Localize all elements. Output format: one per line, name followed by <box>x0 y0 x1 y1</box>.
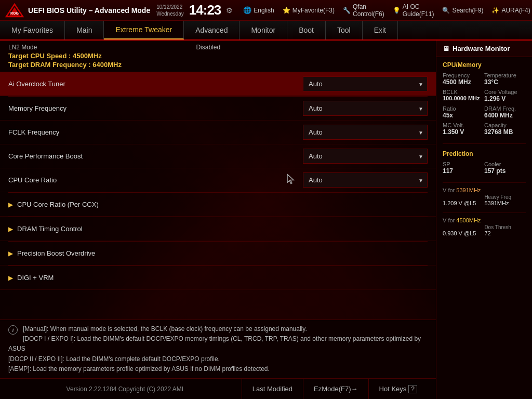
aura-label: AURA(F4) <box>501 7 530 14</box>
expand-dram-timing-control[interactable]: ▶ DRAM Timing Control <box>0 217 436 241</box>
precision-boost-overdrive-label: Precision Boost Overdrive <box>17 249 95 257</box>
topbar-items: 🌐 English ⭐ MyFavorite(F3) 🔧 Qfan Contro… <box>243 3 532 18</box>
hw-value-core-voltage: 1.296 V <box>484 95 526 102</box>
navbar: My Favorites Main Extreme Tweaker Advanc… <box>0 21 532 41</box>
pred-small-label-dosthresh: Dos Thresh <box>484 224 511 230</box>
info-line-4: [AEMP]: Load the memory parameters profi… <box>8 364 428 374</box>
last-modified-btn[interactable]: Last Modified <box>242 379 303 399</box>
datetime-area: 10/12/2022 Wednesday 14:23 ⚙ <box>156 2 233 18</box>
setting-fclk-frequency: FCLK Frequency Auto 800 MHz 1000 MHz 120… <box>0 121 436 144</box>
memory-frequency-label: Memory Frequency <box>8 104 303 112</box>
hw-label-temperature: Temperature <box>484 72 526 78</box>
footer: Version 2.22.1284 Copyright (C) 2022 AMI… <box>0 378 436 399</box>
nav-exit[interactable]: Exit <box>363 21 398 39</box>
main-area: LN2 Mode Disabled Target CPU Speed : 450… <box>0 41 532 399</box>
hw-monitor-title-text: Hardware Monitor <box>453 45 510 52</box>
dram-timing-control-label: DRAM Timing Control <box>17 225 83 233</box>
language-label: English <box>254 7 274 14</box>
pred-data-4500: 0.930 V @L5 Dos Thresh 72 <box>443 224 526 236</box>
right-panel: 🖥 Hardware Monitor CPU/Memory Frequency … <box>436 41 532 399</box>
ez-mode-btn[interactable]: EzMode(F7)→ <box>303 379 368 399</box>
freq-5391: 5391MHz <box>456 187 481 193</box>
pred-value-sp: 117 <box>443 167 484 175</box>
hot-keys-label: Hot Keys <box>379 385 407 393</box>
pred-block-4500: V for 4500MHz 0.930 V @L5 Dos Thresh 72 <box>436 215 532 238</box>
hw-cell-bclk: BCLK 100.0000 MHz <box>443 87 484 104</box>
ai-overclock-tuner-select[interactable]: Auto Manual D.O.C.P. EXPO <box>303 76 428 91</box>
ai-overclock-tuner-label: Ai Overclock Tuner <box>8 80 303 88</box>
pred-small-val-dosthresh: 72 <box>484 230 511 236</box>
pred-value-cooler: 157 pts <box>484 167 526 175</box>
hw-cell-temperature: Temperature 33°C <box>484 71 526 87</box>
topbar-aioc[interactable]: 💡 AI OC Guide(F11) <box>393 3 434 18</box>
fclk-frequency-label: FCLK Frequency <box>8 128 303 136</box>
hw-cell-capacity: Capacity 32768 MB <box>484 121 526 137</box>
ez-mode-label: EzMode(F7)→ <box>314 385 358 393</box>
hot-keys-btn[interactable]: Hot Keys ? <box>368 379 428 399</box>
cpu-core-ratio-select[interactable]: Auto Manual <box>303 172 428 188</box>
memory-frequency-select[interactable]: Auto DDR5-4800 DDR5-5200 DDR5-6400 <box>303 101 428 116</box>
nav-tool[interactable]: Tool <box>326 21 363 39</box>
nav-myfavorites[interactable]: My Favorites <box>0 21 65 39</box>
cursor-icon <box>286 173 296 187</box>
center-panel: LN2 Mode Disabled Target CPU Speed : 450… <box>0 41 436 399</box>
setting-memory-frequency: Memory Frequency Auto DDR5-4800 DDR5-520… <box>0 97 436 121</box>
hw-label-mc-volt: MC Volt. <box>443 122 484 128</box>
target-dram-line: Target DRAM Frequency : 6400MHz <box>8 61 428 69</box>
pred-col-volt1: 1.209 V @L5 <box>443 194 476 206</box>
nav-monitor[interactable]: Monitor <box>240 21 287 39</box>
topbar-qfan[interactable]: 🔧 Qfan Control(F6) <box>343 3 384 18</box>
ln2-mode-value: Disabled <box>196 44 220 51</box>
pred-small-val-heavyfreq: 5391MHz <box>484 200 511 206</box>
expand-precision-boost-overdrive[interactable]: ▶ Precision Boost Overdrive <box>0 242 436 265</box>
hw-cell-dram-freq: DRAM Freq. 6400 MHz <box>484 104 526 121</box>
pred-small-val-volt2: 0.930 V @L5 <box>443 230 476 236</box>
info-line-2: [DOCP I / EXPO I]: Load the DIMM's defau… <box>8 334 428 354</box>
settings-icon[interactable]: ⚙ <box>226 6 233 15</box>
search-icon: 🔍 <box>442 7 450 14</box>
prediction-section-title: Prediction <box>436 146 532 159</box>
pred-cell-cooler: Cooler 157 pts <box>484 159 526 176</box>
hw-divider-1 <box>443 143 526 144</box>
topbar-aura[interactable]: ✨ AURA(F4) <box>491 7 530 14</box>
pred-col-volt2: 0.930 V @L5 <box>443 224 476 236</box>
core-performance-boost-select[interactable]: Auto Disabled <box>303 149 428 164</box>
star-icon: ⭐ <box>283 7 290 14</box>
hw-cell-frequency: Frequency 4500 MHz <box>443 71 484 87</box>
hw-label-frequency: Frequency <box>443 72 484 78</box>
pred-small-val-volt1: 1.209 V @L5 <box>443 200 476 206</box>
pred-col-dosthresh: Dos Thresh 72 <box>484 224 511 236</box>
nav-main[interactable]: Main <box>65 21 104 39</box>
fclk-frequency-select[interactable]: Auto 800 MHz 1000 MHz 1200 MHz <box>303 125 428 140</box>
v-for-label-2: V for <box>443 217 456 223</box>
info-bar: LN2 Mode Disabled Target CPU Speed : 450… <box>0 41 436 72</box>
digi-vrm-label: DIGI + VRM <box>17 274 54 282</box>
pred-label-sp: SP <box>443 161 484 167</box>
nav-boot[interactable]: Boot <box>287 21 326 39</box>
core-performance-boost-select-wrapper: Auto Disabled ▼ <box>303 149 428 164</box>
hw-value-dram-freq: 6400 MHz <box>484 112 526 119</box>
core-performance-boost-label: Core Performance Boost <box>8 152 303 160</box>
pred-data-5391: 1.209 V @L5 Heavy Freq 5391MHz <box>443 194 526 206</box>
nav-extreme-tweaker[interactable]: Extreme Tweaker <box>104 21 184 39</box>
aioc-label: AI OC Guide(F11) <box>403 3 434 18</box>
myfavorite-label: MyFavorite(F3) <box>292 7 335 14</box>
pred-small-label-heavyfreq: Heavy Freq <box>484 194 511 200</box>
hw-label-bclk: BCLK <box>443 89 484 95</box>
expand-arrow-icon: ▶ <box>8 250 13 257</box>
pred-block-5391: V for 5391MHz 1.209 V @L5 Heavy Freq 539… <box>436 185 532 208</box>
setting-core-performance-boost: Core Performance Boost Auto Disabled ▼ <box>0 144 436 168</box>
globe-icon: 🌐 <box>243 6 251 14</box>
expand-digi-vrm[interactable]: ▶ DIGI + VRM <box>0 266 436 290</box>
expand-cpu-core-ratio-ccx[interactable]: ▶ CPU Core Ratio (Per CCX) <box>0 193 436 217</box>
topbar-search[interactable]: 🔍 Search(F9) <box>442 7 483 14</box>
topbar-myfavorite[interactable]: ⭐ MyFavorite(F3) <box>283 7 335 14</box>
cpu-core-ratio-select-wrapper: Auto Manual ▼ <box>303 172 428 188</box>
pred-small-label-volt1 <box>443 194 476 200</box>
topbar-language[interactable]: 🌐 English <box>243 6 274 14</box>
nav-advanced[interactable]: Advanced <box>184 21 240 39</box>
hw-monitor-title: 🖥 Hardware Monitor <box>436 41 532 57</box>
settings-list: Ai Overclock Tuner Auto Manual D.O.C.P. … <box>0 72 436 320</box>
setting-cpu-core-ratio: CPU Core Ratio Auto Manual ▼ <box>0 168 436 192</box>
version-text: Version 2.22.1284 Copyright (C) 2022 AMI <box>8 385 242 393</box>
